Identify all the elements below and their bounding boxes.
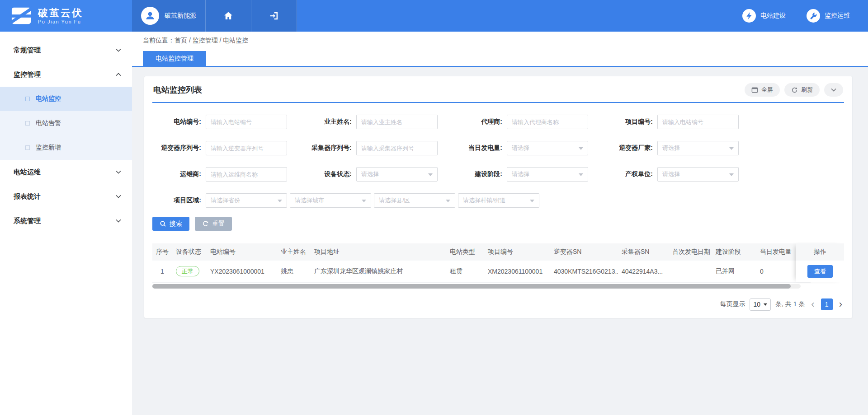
filter-label: 当日发电量:: [453, 144, 507, 152]
search-button[interactable]: 搜索: [152, 217, 189, 231]
reset-label: 重置: [212, 220, 225, 228]
filter-row-region: 项目区域: 请选择省份 请选择城市: [152, 193, 844, 208]
bolt-icon: [742, 9, 756, 23]
topbar: 破茧云伏 Po Jian Yun Fu 破茧新能源: [0, 0, 868, 32]
collapse-button[interactable]: [824, 83, 843, 97]
sidebar-item-monitor-mgmt[interactable]: 监控管理: [0, 62, 132, 87]
filter-label: 产权单位:: [604, 170, 657, 178]
brand-title: 破茧云伏: [38, 7, 83, 19]
view-button[interactable]: 查看: [807, 265, 833, 278]
col-header-inverter-sn: 逆变器SN: [550, 243, 618, 261]
sidebar-item-station-ops[interactable]: 电站运维: [0, 160, 132, 184]
ops-vendor-input[interactable]: [206, 167, 287, 182]
daily-generation-select[interactable]: 请选择: [507, 141, 588, 155]
cell-inverter-sn: 4030KMTS216G0213...: [550, 261, 618, 282]
sidebar-item-label: 报表统计: [14, 192, 41, 201]
logo-icon: [11, 5, 32, 26]
topnav-user[interactable]: 破茧新能源: [132, 0, 206, 32]
status-badge: 正常: [176, 266, 199, 276]
brand-logo: 破茧云伏 Po Jian Yun Fu: [0, 0, 132, 32]
cell-device-status: 正常: [172, 261, 207, 282]
sidebar-item-general-mgmt[interactable]: 常规管理: [0, 38, 132, 62]
select-placeholder: 请选择: [361, 170, 379, 178]
page-number-button[interactable]: 1: [821, 298, 833, 310]
page-title: 电站监控列表: [153, 84, 202, 95]
field-ops-vendor: 运维商:: [152, 167, 303, 182]
refresh-icon: [791, 87, 798, 93]
sidebar-item-label: 常规管理: [14, 46, 41, 55]
placeholder-icon: [25, 97, 30, 101]
topnav-login[interactable]: [251, 0, 297, 32]
sidebar-subitem-monitor-add[interactable]: 监控新增: [0, 135, 132, 160]
col-header-collector-sn: 采集器SN: [618, 243, 669, 261]
col-header-stage: 建设阶段: [712, 243, 756, 261]
select-placeholder: 请选择: [662, 170, 680, 178]
search-label: 搜索: [170, 220, 182, 228]
fullscreen-button[interactable]: 全屏: [745, 83, 780, 97]
reset-button[interactable]: 重置: [195, 217, 232, 231]
chevron-up-icon: [116, 73, 121, 76]
filter-form: 电站编号: 业主姓名: 代理商:: [152, 103, 844, 231]
agent-input[interactable]: [507, 115, 588, 129]
tab-station-monitor-mgmt[interactable]: 电站监控管理: [143, 51, 206, 66]
cell-owner: 姚忠: [277, 261, 311, 282]
fullscreen-icon: [751, 87, 758, 93]
topnav-station-build[interactable]: 电站建设: [742, 9, 786, 23]
card-tools: 全屏 刷新: [745, 83, 843, 97]
topnav-home[interactable]: [206, 0, 251, 32]
per-page-select[interactable]: 10: [750, 298, 771, 311]
card-header: 电站监控列表 全屏: [152, 76, 844, 103]
sidebar-item-label: 电站运维: [14, 168, 41, 177]
col-header-type: 电站类型: [446, 243, 484, 261]
sidebar-item-label: 系统管理: [14, 217, 41, 225]
topnav-right: 电站建设 监控运维: [742, 0, 868, 32]
city-select[interactable]: 请选择城市: [290, 193, 371, 208]
cell-first-gen-date: [669, 261, 712, 282]
inverter-maker-select[interactable]: 请选择: [657, 141, 739, 155]
station-monitor-card: 电站监控列表 全屏: [144, 76, 853, 318]
refresh-button[interactable]: 刷新: [784, 83, 820, 97]
caret-down-icon: [362, 200, 366, 205]
county-select[interactable]: 请选择县/区: [374, 193, 455, 208]
cell-project-no: XM2023061100001: [484, 261, 550, 282]
col-header-project-no: 项目编号: [484, 243, 550, 261]
project-no-input[interactable]: [657, 115, 739, 129]
select-placeholder: 请选择: [512, 144, 529, 152]
avatar-icon: [141, 7, 159, 25]
owner-name-input[interactable]: [356, 115, 438, 129]
select-placeholder: 请选择: [662, 144, 680, 152]
province-select[interactable]: 请选择省份: [206, 193, 287, 208]
cell-action: 查看: [796, 261, 844, 282]
inverter-sn-input[interactable]: [206, 141, 287, 155]
device-status-select[interactable]: 请选择: [356, 167, 438, 182]
total-label: 条, 共 1 条: [775, 300, 805, 308]
horizontal-scrollbar: [152, 284, 801, 289]
sidebar-subitem-station-monitor[interactable]: 电站监控: [0, 87, 132, 111]
fixed-action-column: 操作 查看: [796, 243, 844, 282]
sidebar-item-report-stats[interactable]: 报表统计: [0, 184, 132, 209]
sidebar-item-system-mgmt[interactable]: 系统管理: [0, 209, 132, 233]
filter-row-3: 运维商: 设备状态: 请选择 建设阶段:: [152, 167, 844, 182]
sidebar: 常规管理 监控管理 电站监控 电站告警: [0, 32, 132, 415]
placeholder-icon: [25, 145, 30, 150]
topnav-monitor-ops-label: 监控运维: [825, 12, 850, 20]
build-stage-select[interactable]: 请选择: [507, 167, 588, 182]
region-selects: 请选择省份 请选择城市 请选择县/区: [206, 193, 539, 208]
field-build-stage: 建设阶段: 请选择: [453, 167, 604, 182]
filter-label: 逆变器序列号:: [152, 144, 206, 152]
filter-label: 采集器序列号:: [303, 144, 356, 152]
collector-sn-input[interactable]: [356, 141, 438, 155]
village-select[interactable]: 请选择村镇/街道: [458, 193, 539, 208]
sidebar-subitem-station-alarm[interactable]: 电站告警: [0, 111, 132, 135]
sidebar-submenu-monitor-mgmt: 电站监控 电站告警 监控新增: [0, 87, 132, 160]
topnav-monitor-ops[interactable]: 监控运维: [807, 9, 850, 23]
table-header-row: 序号 设备状态 电站编号 业主姓名 项目地址 电站类型 项目编号 逆变器SN 采…: [152, 243, 811, 261]
horizontal-scrollbar-thumb[interactable]: [152, 284, 791, 289]
prev-page-button[interactable]: ‹: [809, 299, 816, 309]
station-no-input[interactable]: [206, 115, 287, 129]
caret-down-icon: [278, 200, 282, 205]
property-unit-select[interactable]: 请选择: [657, 167, 739, 182]
wrench-icon: [807, 9, 820, 23]
per-page-value: 10: [753, 301, 760, 308]
next-page-button[interactable]: ›: [837, 299, 844, 309]
